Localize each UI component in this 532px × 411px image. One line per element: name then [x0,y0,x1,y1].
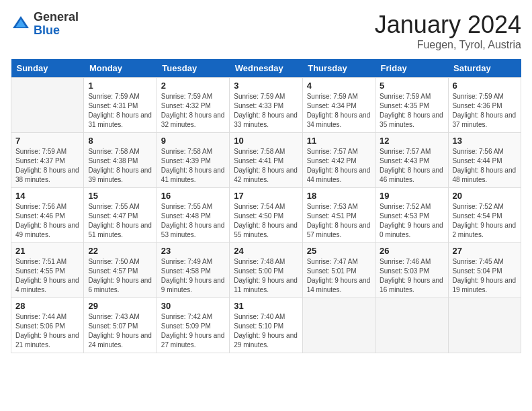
day-detail: Sunrise: 7:57 AMSunset: 4:42 PMDaylight:… [307,148,371,183]
calendar-cell: 10 Sunrise: 7:58 AMSunset: 4:41 PMDaylig… [230,133,302,188]
calendar-cell: 9 Sunrise: 7:58 AMSunset: 4:39 PMDayligh… [157,133,229,188]
day-number: 15 [88,191,152,201]
calendar-cell: 8 Sunrise: 7:58 AMSunset: 4:38 PMDayligh… [84,133,157,188]
day-number: 16 [161,191,225,201]
calendar-header: SundayMondayTuesdayWednesdayThursdayFrid… [11,59,521,78]
calendar-cell: 30 Sunrise: 7:42 AMSunset: 5:09 PMDaylig… [157,298,229,353]
calendar-week-row: 21 Sunrise: 7:51 AMSunset: 4:55 PMDaylig… [11,243,521,298]
day-detail: Sunrise: 7:53 AMSunset: 4:51 PMDaylight:… [307,203,371,238]
calendar-cell [375,298,448,353]
calendar-title: January 2024 [375,11,521,39]
calendar-cell: 22 Sunrise: 7:50 AMSunset: 4:57 PMDaylig… [84,243,157,298]
day-detail: Sunrise: 7:59 AMSunset: 4:36 PMDaylight:… [453,93,517,128]
day-detail: Sunrise: 7:59 AMSunset: 4:37 PMDaylight:… [15,148,79,183]
day-number: 24 [234,246,298,256]
calendar-cell: 21 Sunrise: 7:51 AMSunset: 4:55 PMDaylig… [11,243,84,298]
day-detail: Sunrise: 7:58 AMSunset: 4:38 PMDaylight:… [88,148,152,183]
calendar-cell: 6 Sunrise: 7:59 AMSunset: 4:36 PMDayligh… [448,78,521,133]
day-detail: Sunrise: 7:59 AMSunset: 4:33 PMDaylight:… [234,93,298,128]
day-number: 29 [88,301,152,311]
day-number: 25 [307,246,371,256]
weekday-header-thursday: Thursday [302,59,375,78]
logo-icon [11,14,31,34]
calendar-cell [448,298,521,353]
calendar-cell: 16 Sunrise: 7:55 AMSunset: 4:48 PMDaylig… [157,188,229,243]
day-number: 27 [453,246,517,256]
calendar-cell: 13 Sunrise: 7:56 AMSunset: 4:44 PMDaylig… [448,133,521,188]
calendar-cell: 1 Sunrise: 7:59 AMSunset: 4:31 PMDayligh… [84,78,157,133]
day-detail: Sunrise: 7:56 AMSunset: 4:46 PMDaylight:… [15,203,79,238]
day-number: 1 [88,81,152,91]
calendar-cell: 4 Sunrise: 7:59 AMSunset: 4:34 PMDayligh… [302,78,375,133]
calendar-cell: 17 Sunrise: 7:54 AMSunset: 4:50 PMDaylig… [230,188,302,243]
day-detail: Sunrise: 7:49 AMSunset: 4:58 PMDaylight:… [161,258,225,293]
calendar-cell: 20 Sunrise: 7:52 AMSunset: 4:54 PMDaylig… [448,188,521,243]
day-detail: Sunrise: 7:46 AMSunset: 5:03 PMDaylight:… [380,258,443,293]
day-number: 19 [380,191,443,201]
day-detail: Sunrise: 7:48 AMSunset: 5:00 PMDaylight:… [234,258,298,293]
calendar-cell: 25 Sunrise: 7:47 AMSunset: 5:01 PMDaylig… [302,243,375,298]
day-number: 23 [161,246,225,256]
day-number: 10 [234,136,298,146]
day-detail: Sunrise: 7:57 AMSunset: 4:43 PMDaylight:… [380,148,443,183]
day-detail: Sunrise: 7:55 AMSunset: 4:48 PMDaylight:… [161,203,225,238]
day-detail: Sunrise: 7:45 AMSunset: 5:04 PMDaylight:… [453,258,517,293]
logo: General Blue [11,11,79,38]
day-number: 18 [307,191,371,201]
day-detail: Sunrise: 7:59 AMSunset: 4:34 PMDaylight:… [307,93,371,128]
calendar-body: 1 Sunrise: 7:59 AMSunset: 4:31 PMDayligh… [11,78,521,353]
title-area: January 2024 Fuegen, Tyrol, Austria [375,11,521,51]
day-detail: Sunrise: 7:52 AMSunset: 4:53 PMDaylight:… [380,203,443,238]
day-detail: Sunrise: 7:59 AMSunset: 4:31 PMDaylight:… [88,93,152,128]
day-number: 11 [307,136,371,146]
calendar-week-row: 1 Sunrise: 7:59 AMSunset: 4:31 PMDayligh… [11,78,521,133]
weekday-header-friday: Friday [375,59,448,78]
calendar-week-row: 7 Sunrise: 7:59 AMSunset: 4:37 PMDayligh… [11,133,521,188]
day-number: 9 [161,136,225,146]
calendar-cell: 23 Sunrise: 7:49 AMSunset: 4:58 PMDaylig… [157,243,229,298]
day-detail: Sunrise: 7:58 AMSunset: 4:39 PMDaylight:… [161,148,225,183]
calendar-cell: 3 Sunrise: 7:59 AMSunset: 4:33 PMDayligh… [230,78,302,133]
weekday-header-row: SundayMondayTuesdayWednesdayThursdayFrid… [11,59,521,78]
calendar-cell [11,78,84,133]
day-detail: Sunrise: 7:54 AMSunset: 4:50 PMDaylight:… [234,203,298,238]
day-number: 8 [88,136,152,146]
calendar-cell: 24 Sunrise: 7:48 AMSunset: 5:00 PMDaylig… [230,243,302,298]
day-detail: Sunrise: 7:51 AMSunset: 4:55 PMDaylight:… [15,258,79,293]
calendar-cell: 12 Sunrise: 7:57 AMSunset: 4:43 PMDaylig… [375,133,448,188]
day-number: 13 [453,136,517,146]
day-number: 17 [234,191,298,201]
day-number: 12 [380,136,443,146]
calendar-week-row: 28 Sunrise: 7:44 AMSunset: 5:06 PMDaylig… [11,298,521,353]
calendar-table: SundayMondayTuesdayWednesdayThursdayFrid… [11,59,521,353]
weekday-header-sunday: Sunday [11,59,84,78]
day-detail: Sunrise: 7:40 AMSunset: 5:10 PMDaylight:… [234,313,298,349]
day-number: 20 [453,191,517,201]
calendar-cell: 26 Sunrise: 7:46 AMSunset: 5:03 PMDaylig… [375,243,448,298]
day-number: 31 [234,301,298,311]
calendar-cell: 7 Sunrise: 7:59 AMSunset: 4:37 PMDayligh… [11,133,84,188]
day-number: 14 [15,191,79,201]
calendar-cell: 5 Sunrise: 7:59 AMSunset: 4:35 PMDayligh… [375,78,448,133]
calendar-cell: 28 Sunrise: 7:44 AMSunset: 5:06 PMDaylig… [11,298,84,353]
day-number: 7 [15,136,79,146]
weekday-header-tuesday: Tuesday [157,59,229,78]
weekday-header-monday: Monday [84,59,157,78]
day-number: 6 [453,81,517,91]
day-number: 30 [161,301,225,311]
weekday-header-saturday: Saturday [448,59,521,78]
logo-general-text: General [34,11,79,24]
logo-blue-text: Blue [34,24,79,38]
day-detail: Sunrise: 7:47 AMSunset: 5:01 PMDaylight:… [307,258,371,293]
day-detail: Sunrise: 7:55 AMSunset: 4:47 PMDaylight:… [88,203,152,238]
day-number: 21 [15,246,79,256]
calendar-week-row: 14 Sunrise: 7:56 AMSunset: 4:46 PMDaylig… [11,188,521,243]
day-detail: Sunrise: 7:50 AMSunset: 4:57 PMDaylight:… [88,258,152,293]
day-detail: Sunrise: 7:52 AMSunset: 4:54 PMDaylight:… [453,203,517,238]
day-detail: Sunrise: 7:59 AMSunset: 4:32 PMDaylight:… [161,93,225,128]
day-number: 3 [234,81,298,91]
calendar-cell: 2 Sunrise: 7:59 AMSunset: 4:32 PMDayligh… [157,78,229,133]
day-number: 2 [161,81,225,91]
day-number: 5 [380,81,443,91]
calendar-cell: 15 Sunrise: 7:55 AMSunset: 4:47 PMDaylig… [84,188,157,243]
